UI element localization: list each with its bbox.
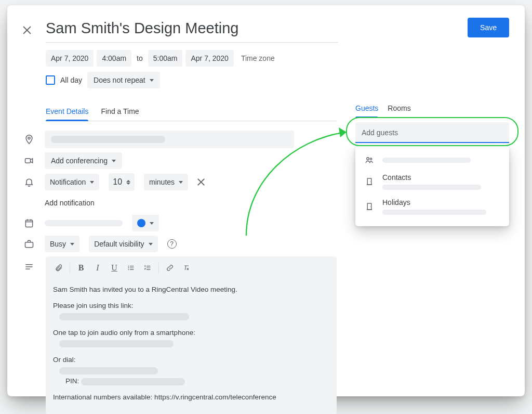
start-time-chip[interactable]: 4:00am	[97, 50, 131, 67]
notification-type-label: Notification	[50, 178, 86, 186]
holidays-label: Holidays	[382, 198, 501, 206]
chevron-down-icon	[112, 160, 116, 162]
event-color-dropdown[interactable]	[132, 215, 159, 231]
remove-notification-icon[interactable]	[197, 178, 205, 186]
to-label: to	[135, 54, 145, 62]
notification-value-stepper[interactable]: 10	[109, 173, 135, 191]
allday-label: All day	[60, 76, 82, 84]
suggestion-recent[interactable]	[363, 151, 502, 169]
location-input[interactable]	[45, 131, 294, 148]
location-icon	[23, 134, 35, 145]
timezone-link[interactable]: Time zone	[237, 54, 275, 62]
chevron-down-icon	[90, 181, 94, 184]
save-button[interactable]: Save	[468, 18, 509, 37]
svg-point-7	[367, 158, 369, 160]
notification-unit-dropdown[interactable]: minutes	[144, 174, 188, 190]
svg-rect-3	[25, 242, 33, 248]
svg-point-6	[128, 269, 129, 270]
attach-icon[interactable]	[51, 261, 66, 275]
visibility-dropdown[interactable]: Default visibility	[89, 236, 157, 252]
desc-line-1: Sam Smith has invited you to a RingCentr…	[53, 284, 329, 295]
briefcase-icon	[23, 239, 35, 249]
tab-guests[interactable]: Guests	[355, 104, 378, 112]
event-title-input[interactable]	[46, 18, 338, 43]
notification-unit-label: minutes	[149, 178, 175, 186]
chevron-down-icon	[149, 243, 153, 245]
bulleted-list-icon[interactable]	[123, 261, 139, 275]
allday-checkbox[interactable]	[46, 75, 55, 85]
contacts-label: Contacts	[382, 173, 501, 182]
svg-point-0	[28, 137, 30, 139]
notification-value: 10	[113, 177, 122, 187]
door-icon	[364, 202, 375, 211]
notification-type-dropdown[interactable]: Notification	[45, 174, 99, 190]
editor-toolbar: B I U	[46, 256, 337, 278]
svg-point-4	[128, 266, 129, 267]
people-icon	[364, 156, 375, 165]
desc-line-4: Or dial:	[53, 356, 76, 364]
bold-icon[interactable]: B	[73, 261, 89, 275]
guest-suggestions-dropdown: Contacts Holidays	[355, 146, 509, 226]
pin-label: PIN:	[65, 377, 79, 385]
bell-icon	[23, 177, 35, 187]
svg-point-10	[370, 181, 370, 182]
help-icon[interactable]: ?	[167, 239, 177, 249]
calendar-select[interactable]	[45, 220, 123, 226]
suggestion-holidays[interactable]: Holidays	[363, 194, 502, 219]
door-icon	[364, 177, 375, 186]
add-notification-link[interactable]: Add notification	[45, 199, 95, 207]
numbered-list-icon[interactable]	[140, 261, 155, 275]
description-textarea[interactable]: Sam Smith has invited you to a RingCentr…	[46, 278, 337, 403]
tab-find-a-time[interactable]: Find a Time	[101, 107, 139, 121]
tab-event-details[interactable]: Event Details	[46, 107, 88, 121]
repeat-label: Does not repeat	[94, 76, 145, 84]
svg-point-5	[128, 267, 129, 268]
chevron-down-icon	[150, 222, 154, 225]
chevron-down-icon	[179, 181, 183, 184]
close-icon[interactable]	[23, 26, 31, 34]
visibility-label: Default visibility	[94, 240, 144, 248]
chevron-down-icon	[150, 79, 154, 82]
svg-rect-2	[25, 220, 32, 227]
underline-icon[interactable]: U	[107, 261, 122, 275]
italic-icon[interactable]: I	[90, 261, 105, 275]
availability-label: Busy	[50, 240, 66, 248]
svg-rect-11	[367, 203, 371, 210]
desc-line-intl: International numbers available: https:/…	[53, 392, 329, 403]
calendar-icon	[23, 218, 35, 228]
start-date-chip[interactable]: Apr 7, 2020	[46, 50, 94, 67]
clear-formatting-icon[interactable]	[179, 261, 194, 275]
add-guests-input[interactable]	[355, 122, 509, 143]
svg-rect-1	[25, 159, 31, 163]
link-icon[interactable]	[162, 261, 178, 275]
svg-point-12	[370, 206, 370, 206]
conferencing-label: Add conferencing	[51, 157, 108, 165]
svg-point-8	[370, 158, 372, 160]
chevron-down-icon	[70, 243, 74, 245]
svg-rect-9	[367, 178, 371, 185]
suggestion-contacts[interactable]: Contacts	[363, 169, 502, 194]
end-date-chip[interactable]: Apr 7, 2020	[185, 50, 233, 67]
desc-line-3: One tap to join audio only from a smartp…	[53, 329, 195, 337]
tab-rooms[interactable]: Rooms	[388, 104, 410, 112]
color-dot-icon	[137, 219, 145, 227]
video-icon	[23, 156, 35, 166]
add-conferencing-dropdown[interactable]: Add conferencing	[45, 152, 122, 169]
description-icon	[23, 262, 35, 272]
end-time-chip[interactable]: 5:00am	[148, 50, 183, 67]
availability-dropdown[interactable]: Busy	[45, 236, 79, 252]
repeat-dropdown[interactable]: Does not repeat	[87, 72, 160, 88]
desc-line-2: Please join using this link:	[53, 302, 134, 309]
